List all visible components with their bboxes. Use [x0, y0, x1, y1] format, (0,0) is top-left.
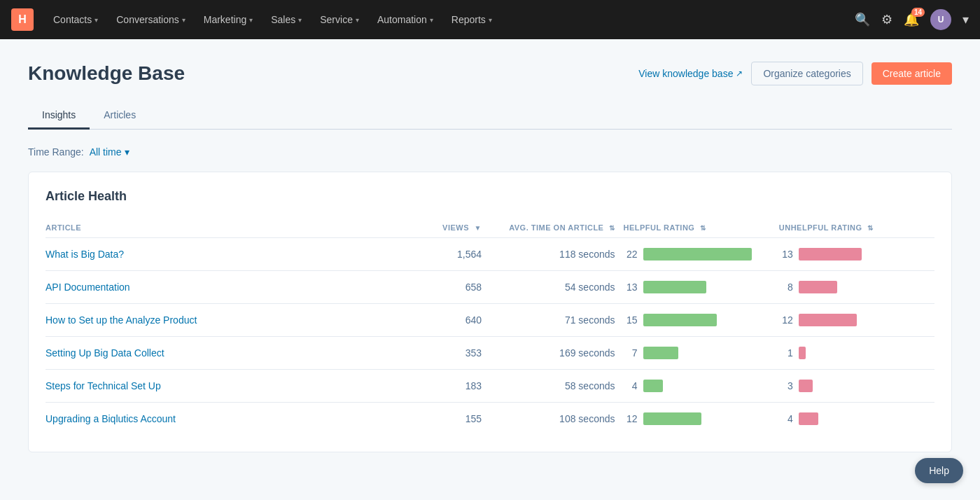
unhelpful-count: 1 [779, 347, 793, 359]
unhelpful-count: 13 [779, 249, 793, 260]
helpful-count: 12 [624, 413, 638, 424]
search-icon[interactable]: 🔍 [855, 12, 870, 27]
article-cell: What is Big Data? [46, 238, 401, 271]
avg-time-cell: 118 seconds [490, 238, 624, 271]
sort-icon[interactable]: ⇅ [867, 224, 874, 232]
unhelpful-rating-cell: 4 [779, 403, 934, 436]
chevron-down-icon: ▾ [249, 16, 253, 24]
nav-marketing[interactable]: Marketing ▾ [195, 8, 261, 31]
time-range-dropdown[interactable]: All time ▾ [90, 146, 130, 158]
article-link[interactable]: Upgrading a Biqlutics Account [46, 413, 176, 424]
hubspot-logo[interactable]: H [11, 8, 34, 31]
unhelpful-rating-cell: 13 [779, 238, 934, 271]
card-title: Article Health [46, 189, 934, 204]
article-link[interactable]: Setting Up Big Data Collect [46, 347, 164, 359]
notifications-button[interactable]: 🔔 14 [904, 12, 919, 27]
article-health-table: Article Views ▼ Avg. Time On Article ⇅ H… [46, 218, 934, 435]
help-button[interactable]: Help [915, 458, 963, 483]
nav-reports[interactable]: Reports ▾ [443, 8, 500, 31]
tab-insights[interactable]: Insights [28, 102, 90, 130]
helpful-rating-cell: 13 [624, 271, 779, 304]
article-link[interactable]: How to Set up the Analyze Product [46, 314, 197, 326]
top-navigation: H Contacts ▾ Conversations ▾ Marketing ▾… [0, 0, 980, 39]
article-link[interactable]: API Documentation [46, 282, 130, 293]
views-cell: 155 [401, 403, 490, 436]
avg-time-cell: 71 seconds [490, 304, 624, 337]
nav-contacts[interactable]: Contacts ▾ [45, 8, 106, 31]
nav-service[interactable]: Service ▾ [312, 8, 368, 31]
col-header-views: Views ▼ [401, 218, 490, 238]
views-cell: 353 [401, 337, 490, 370]
helpful-rating-cell: 7 [624, 337, 779, 370]
unhelpful-bar [799, 248, 862, 261]
notification-count: 14 [911, 8, 925, 17]
view-knowledge-base-link[interactable]: View knowledge base ↗ [638, 68, 743, 79]
unhelpful-bar [799, 314, 857, 326]
helpful-bar [643, 412, 701, 425]
settings-icon[interactable]: ⚙ [881, 12, 892, 27]
helpful-rating-cell: 12 [624, 403, 779, 436]
chevron-down-icon: ▾ [298, 16, 302, 24]
tab-articles[interactable]: Articles [90, 102, 150, 130]
helpful-rating-cell: 15 [624, 304, 779, 337]
page-title: Knowledge Base [28, 62, 185, 85]
unhelpful-rating-cell: 3 [779, 370, 934, 403]
table-row: Steps for Technical Set Up 183 58 second… [46, 370, 934, 403]
helpful-count: 4 [624, 380, 638, 391]
avg-time-cell: 169 seconds [490, 337, 624, 370]
header-actions: View knowledge base ↗ Organize categorie… [638, 62, 952, 85]
avatar[interactable]: U [930, 9, 951, 30]
table-row: How to Set up the Analyze Product 640 71… [46, 304, 934, 337]
col-header-article: Article [46, 218, 401, 238]
views-cell: 1,564 [401, 238, 490, 271]
helpful-bar [643, 347, 678, 359]
nav-sales[interactable]: Sales ▾ [262, 8, 310, 31]
unhelpful-count: 8 [779, 282, 793, 293]
table-row: API Documentation 658 54 seconds 13 8 [46, 271, 934, 304]
nav-right-actions: 🔍 ⚙ 🔔 14 U ▾ [855, 9, 969, 30]
unhelpful-count: 4 [779, 413, 793, 424]
helpful-bar [643, 380, 663, 392]
external-link-icon: ↗ [736, 69, 743, 78]
tabs: Insights Articles [28, 102, 952, 130]
chevron-down-icon: ▾ [489, 16, 492, 24]
sort-icon[interactable]: ⇅ [700, 224, 706, 232]
nav-automation[interactable]: Automation ▾ [369, 8, 442, 31]
unhelpful-bar [799, 281, 837, 293]
unhelpful-count: 3 [779, 380, 793, 391]
create-article-button[interactable]: Create article [872, 62, 952, 85]
helpful-count: 13 [624, 282, 638, 293]
helpful-bar [643, 248, 752, 261]
page-header: Knowledge Base View knowledge base ↗ Org… [28, 62, 952, 85]
article-cell: Upgrading a Biqlutics Account [46, 403, 401, 436]
views-cell: 658 [401, 271, 490, 304]
col-header-helpful: Helpful Rating ⇅ [624, 218, 779, 238]
page-content: Knowledge Base View knowledge base ↗ Org… [0, 39, 980, 500]
chevron-down-icon: ▾ [430, 16, 433, 24]
article-cell: How to Set up the Analyze Product [46, 304, 401, 337]
unhelpful-bar [799, 347, 806, 359]
table-row: Upgrading a Biqlutics Account 155 108 se… [46, 403, 934, 436]
article-cell: API Documentation [46, 271, 401, 304]
unhelpful-count: 12 [779, 314, 793, 326]
table-row: Setting Up Big Data Collect 353 169 seco… [46, 337, 934, 370]
avg-time-cell: 58 seconds [490, 370, 624, 403]
avg-time-cell: 108 seconds [490, 403, 624, 436]
article-link[interactable]: What is Big Data? [46, 249, 124, 260]
unhelpful-bar [799, 380, 813, 392]
article-health-card: Article Health Article Views ▼ Avg. Time… [28, 172, 952, 452]
helpful-bar [643, 281, 706, 293]
sort-icon[interactable]: ▼ [475, 224, 482, 232]
avg-time-cell: 54 seconds [490, 271, 624, 304]
col-header-unhelpful: Unhelpful Rating ⇅ [779, 218, 934, 238]
chevron-down-icon: ▾ [356, 16, 359, 24]
organize-categories-button[interactable]: Organize categories [751, 62, 862, 85]
col-header-avg-time: Avg. Time On Article ⇅ [490, 218, 624, 238]
article-link[interactable]: Steps for Technical Set Up [46, 380, 161, 391]
unhelpful-rating-cell: 8 [779, 271, 934, 304]
views-cell: 640 [401, 304, 490, 337]
unhelpful-bar [799, 412, 818, 425]
nav-conversations[interactable]: Conversations ▾ [108, 8, 194, 31]
account-chevron-icon[interactable]: ▾ [962, 12, 969, 27]
sort-icon[interactable]: ⇅ [609, 224, 615, 232]
